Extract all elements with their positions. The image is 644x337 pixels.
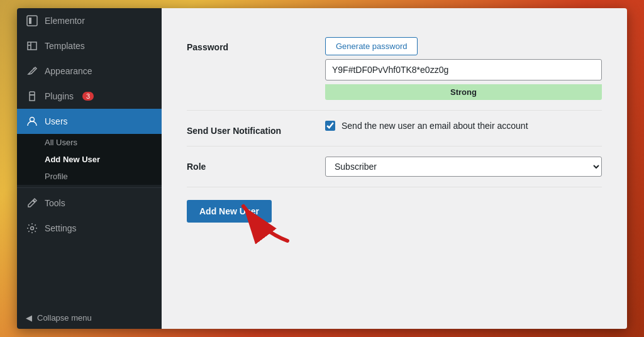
main-content: Password Generate password Strong Send U… [162,8,627,329]
sidebar: Elementor Templates Appearance [17,8,162,329]
sidebar-item-plugins-label: Plugins [45,91,74,101]
password-field: Generate password Strong [325,37,602,100]
sidebar-item-settings-label: Settings [45,223,77,233]
plugins-badge: 3 [82,92,94,101]
password-label: Password [187,37,325,52]
role-field: Subscriber Contributor Author Editor Adm… [325,157,602,177]
plugins-icon [26,90,38,102]
password-row: Password Generate password Strong [187,27,602,111]
sidebar-item-tools[interactable]: Tools [17,191,162,216]
users-icon [26,115,38,128]
password-strength-bar: Strong [325,84,602,100]
submenu-all-users[interactable]: All Users [17,134,162,151]
sidebar-item-elementor[interactable]: Elementor [17,8,162,33]
collapse-label: Collapse menu [37,313,92,323]
svg-point-4 [31,227,34,230]
notification-label: Send User Notification [187,121,325,136]
notification-checkbox[interactable] [325,121,335,131]
sidebar-item-elementor-label: Elementor [45,16,85,26]
tools-icon [26,197,38,209]
notification-checkbox-label: Send the new user an email about their a… [341,121,528,131]
role-row: Role Subscriber Contributor Author Edito… [187,146,602,187]
generate-password-button[interactable]: Generate password [325,37,418,55]
wp-admin-wrapper: Elementor Templates Appearance [17,8,627,329]
sidebar-item-plugins[interactable]: Plugins 3 [17,84,162,109]
sidebar-item-appearance[interactable]: Appearance [17,58,162,84]
collapse-menu-item[interactable]: ◀ Collapse menu [17,307,162,329]
collapse-icon: ◀ [26,313,32,323]
role-select[interactable]: Subscriber Contributor Author Editor Adm… [325,157,602,177]
sidebar-item-users-label: Users [45,116,68,126]
sidebar-item-templates[interactable]: Templates [17,33,162,58]
sidebar-item-settings[interactable]: Settings [17,216,162,241]
users-submenu: All Users Add New User Profile [17,134,162,185]
svg-rect-1 [29,18,31,24]
svg-rect-0 [27,16,37,26]
submenu-profile[interactable]: Profile [17,168,162,185]
appearance-icon [26,65,38,77]
sidebar-item-templates-label: Templates [45,41,85,51]
notification-field: Send the new user an email about their a… [325,121,602,131]
notification-row: Send User Notification Send the new user… [187,111,602,146]
submit-container: Add New User [187,187,602,223]
sidebar-item-appearance-label: Appearance [45,66,92,76]
sidebar-item-users[interactable]: Users [17,109,162,134]
sidebar-item-tools-label: Tools [45,198,65,208]
submenu-add-new-user[interactable]: Add New User [17,151,162,168]
templates-icon [26,40,38,52]
settings-icon [26,222,38,235]
red-arrow-annotation [225,194,300,244]
notification-checkbox-row: Send the new user an email about their a… [325,121,602,131]
password-input[interactable] [325,59,602,80]
elementor-icon [26,14,38,27]
sidebar-divider [17,187,162,188]
role-label: Role [187,157,325,172]
